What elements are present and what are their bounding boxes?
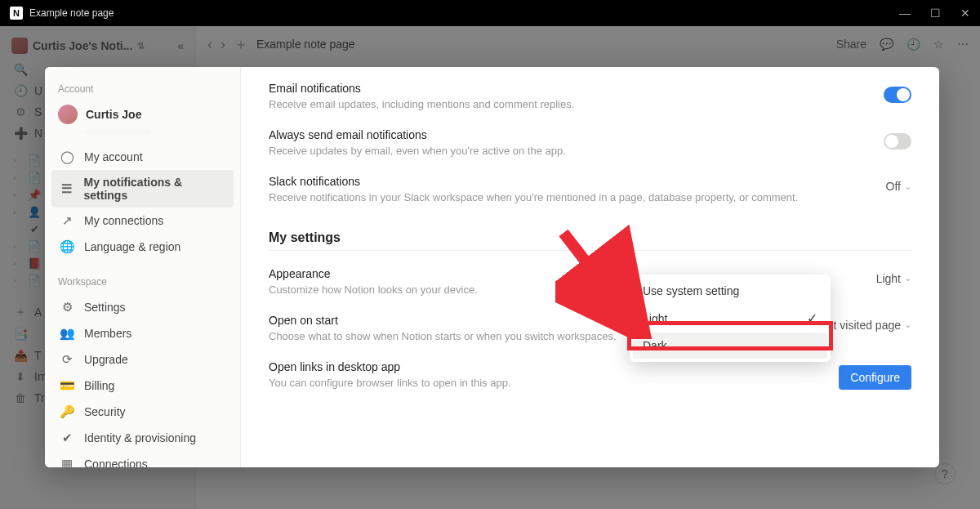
- dropdown-value: Off: [886, 180, 901, 193]
- setting-desc: Receive notifications in your Slack work…: [269, 190, 870, 205]
- globe-icon: 🌐: [60, 239, 74, 254]
- setting-title: Open links in desktop app: [269, 360, 822, 373]
- divider: [269, 250, 911, 251]
- nav-label: Language & region: [84, 240, 180, 253]
- option-label: Dark: [643, 339, 667, 352]
- setting-desc: You can configure browser links to open …: [269, 376, 822, 391]
- toggle[interactable]: [884, 133, 911, 150]
- dropdown-trigger[interactable]: Off⌄: [886, 180, 911, 193]
- settings-modal: Account Curtis Joe ·····················…: [45, 67, 939, 467]
- settings-nav-my-connections[interactable]: ↗My connections: [51, 208, 234, 234]
- connections-icon: ▦: [60, 457, 74, 467]
- members-icon: 👥: [60, 326, 74, 341]
- security-icon: 🔑: [60, 404, 74, 419]
- section-my-settings: My settings: [269, 230, 911, 245]
- settings-nav-language-region[interactable]: 🌐Language & region: [51, 234, 234, 260]
- settings-nav-settings[interactable]: ⚙Settings: [51, 294, 234, 320]
- nav-label: Identity & provisioning: [84, 431, 196, 444]
- nav-label: Members: [84, 327, 131, 340]
- dropdown-option-dark[interactable]: Dark: [633, 333, 827, 359]
- nav-label: Upgrade: [84, 353, 128, 366]
- nav-label: Security: [84, 405, 126, 418]
- setting-desc: Receive email updates, including mention…: [269, 97, 867, 112]
- billing-icon: 💳: [60, 378, 74, 393]
- sliders-icon: ☰: [60, 181, 74, 196]
- link-icon: ↗: [60, 213, 74, 228]
- nav-label: Billing: [84, 379, 114, 392]
- upgrade-icon: ⟳: [60, 352, 74, 367]
- settings-nav-billing[interactable]: 💳Billing: [51, 373, 234, 399]
- option-label: Light: [643, 312, 667, 325]
- sidebar-section-workspace: Workspace: [51, 271, 234, 294]
- chevron-down-icon: ⌄: [904, 319, 911, 330]
- settings-nav-security[interactable]: 🔑Security: [51, 399, 234, 425]
- nav-label: My account: [84, 150, 143, 163]
- close-window-button[interactable]: ✕: [960, 7, 970, 20]
- user-email: ························: [51, 126, 234, 144]
- window-title: Example note page: [29, 7, 114, 19]
- settings-nav-my-account[interactable]: ◯My account: [51, 144, 234, 170]
- dropdown-value: Light: [876, 272, 901, 285]
- dropdown-option-use-system-setting[interactable]: Use system setting: [633, 278, 827, 304]
- settings-nav-members[interactable]: 👥Members: [51, 320, 234, 346]
- toggle[interactable]: [884, 87, 911, 103]
- setting-title: Always send email notifications: [269, 128, 867, 141]
- chevron-down-icon: ⌄: [904, 181, 911, 192]
- user-name: Curtis Joe: [86, 108, 141, 121]
- identity-icon: ✔: [60, 431, 74, 445]
- setting-row: Email notificationsReceive email updates…: [269, 74, 911, 120]
- configure-button[interactable]: Configure: [839, 365, 911, 390]
- setting-row: Always send email notificationsReceive u…: [269, 120, 911, 167]
- gear-icon: ⚙: [60, 300, 74, 315]
- nav-label: My connections: [84, 214, 163, 227]
- setting-row: Slack notificationsReceive notifications…: [269, 167, 911, 213]
- window-titlebar: N Example note page — ☐ ✕: [0, 0, 980, 26]
- setting-title: Slack notifications: [269, 175, 870, 188]
- account-icon: ◯: [60, 150, 74, 164]
- nav-label: My notifications & settings: [84, 176, 225, 202]
- sidebar-user[interactable]: Curtis Joe: [51, 101, 234, 126]
- settings-nav-identity-provisioning[interactable]: ✔Identity & provisioning: [51, 425, 234, 451]
- settings-sidebar: Account Curtis Joe ·····················…: [45, 67, 241, 467]
- nav-label: Connections: [84, 458, 148, 467]
- settings-content: Email notificationsReceive email updates…: [241, 67, 939, 467]
- settings-nav-connections[interactable]: ▦Connections: [51, 451, 234, 467]
- option-label: Use system setting: [643, 284, 739, 297]
- avatar: [58, 105, 78, 124]
- nav-label: Settings: [84, 301, 126, 314]
- settings-nav-upgrade[interactable]: ⟳Upgrade: [51, 346, 234, 373]
- settings-nav-my-notifications-settings[interactable]: ☰My notifications & settings: [51, 170, 234, 208]
- appearance-dropdown: Use system settingLight✓Dark: [630, 275, 831, 362]
- check-icon: ✓: [807, 310, 817, 326]
- dropdown-option-light[interactable]: Light✓: [633, 304, 827, 333]
- maximize-button[interactable]: ☐: [930, 7, 941, 20]
- dropdown-trigger[interactable]: Light⌄: [876, 272, 911, 285]
- setting-title: Email notifications: [269, 82, 867, 95]
- minimize-button[interactable]: —: [899, 7, 911, 20]
- setting-desc: Receive updates by email, even when you'…: [269, 144, 867, 159]
- app-icon: N: [10, 7, 23, 20]
- chevron-down-icon: ⌄: [904, 273, 911, 284]
- sidebar-section-account: Account: [51, 78, 234, 101]
